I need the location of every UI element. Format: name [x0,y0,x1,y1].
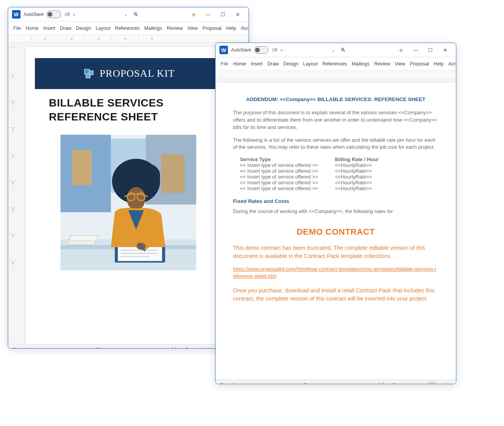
tab-draw[interactable]: Draw [266,60,281,68]
focus-icon[interactable]: ⛶ [169,346,178,349]
web-layout-icon[interactable]: ▥ [443,381,451,385]
svg-rect-4 [72,150,91,185]
table-row: << Insert type of service offered >><<Ho… [240,180,438,186]
tab-draw[interactable]: Draw [58,24,73,33]
close-button[interactable]: ✕ [231,9,245,20]
vertical-ruler[interactable]: 12345678 [10,47,16,344]
horizontal-ruler[interactable] [216,71,456,78]
tab-references[interactable]: References [320,60,349,68]
focus-icon[interactable]: ⛶ [377,381,386,385]
titlebar: W AutoSave Off » ⌄ 🔍︎ ◈ ― ☐ ✕ [216,43,456,57]
fixed-rates-paragraph: During the course of working with <<Comp… [233,208,438,215]
table-row: << Insert type of service offered >><<Ho… [240,174,438,180]
close-button[interactable]: ✕ [438,45,452,55]
read-mode-icon[interactable]: ▦ [204,346,213,349]
print-layout-icon[interactable]: ▤ [427,381,436,385]
demo-paragraph-2: Once you purchase, download and install … [233,287,438,303]
autosave-toggle[interactable] [47,10,61,18]
focus-label[interactable]: Focus [185,347,197,349]
title-chevron-icon[interactable]: ⌄ [124,12,128,17]
search-icon[interactable]: 🔍︎ [338,45,348,55]
qat-more-icon[interactable]: » [280,48,283,52]
brand-text: PROPOSAL KIT [100,68,175,79]
titlebar: W AutoSave Off » ⌄ 🔍︎ ◈ ― ☐ ✕ [8,7,249,22]
tab-proposal[interactable]: Proposal [408,60,431,68]
tab-mailings[interactable]: Mailings [142,24,164,33]
col-service-type: Service Type [240,156,335,162]
tab-proposal[interactable]: Proposal [200,24,223,33]
page-indicator[interactable]: Page 1 [220,383,234,384]
tab-home[interactable]: Home [231,60,248,68]
table-row: << Insert type of service offered >><<Ho… [240,168,438,174]
tab-mailings[interactable]: Mailings [350,60,371,68]
intro-paragraph-1: The purpose of this document is to expla… [233,109,438,131]
demo-link[interactable]: https://www.proposalkit.com/htm/legal-co… [233,266,438,280]
display-settings-icon[interactable]: ⧉ [302,381,309,384]
tab-help[interactable]: Help [224,24,238,33]
maximize-button[interactable]: ☐ [216,9,230,20]
table-row: << Insert type of service offered >><<Ho… [240,162,438,168]
word-app-icon: W [219,46,228,54]
demo-contract-title: DEMO CONTRACT [233,227,438,237]
document-area[interactable]: 12345678 PROPOSAL KIT BILLABLE SERVICES … [8,43,249,344]
tab-review[interactable]: Review [165,24,185,33]
tab-insert[interactable]: Insert [41,24,57,33]
tab-insert[interactable]: Insert [249,60,265,68]
minimize-button[interactable]: ― [409,45,423,55]
tab-layout[interactable]: Layout [301,60,320,68]
read-mode-icon[interactable]: ▦ [412,381,420,385]
tab-review[interactable]: Review [372,60,392,68]
document-title-line1: BILLABLE SERVICES [49,97,208,109]
qat-more-icon[interactable]: » [73,12,75,17]
svg-point-17 [135,164,160,187]
word-window-1: W AutoSave Off » ⌄ 🔍︎ ◈ ― ☐ ✕ File Home … [8,7,249,349]
demo-paragraph-1: This demo contract has been truncated. T… [233,244,438,260]
page-indicator[interactable]: Page 1 [13,347,27,349]
premium-diamond-icon[interactable]: ◈ [189,10,198,19]
table-header-row: Service Type Billing Rate / Hour [240,156,438,162]
services-table: Service Type Billing Rate / Hour << Inse… [240,156,438,191]
fixed-rates-heading: Fixed Rates and Costs [233,198,438,204]
tab-view[interactable]: View [185,24,200,33]
tab-acrobat[interactable]: Acrobat [446,60,456,68]
tab-help[interactable]: Help [432,60,445,68]
display-settings-icon[interactable]: ⧉ [95,345,102,349]
ribbon-tabs: File Home Insert Draw Design Layout Refe… [8,22,249,35]
autosave-label: AutoSave [231,47,251,53]
title-chevron-icon[interactable]: ⌄ [331,48,335,53]
tab-references[interactable]: References [113,24,142,33]
autosave-toggle[interactable] [254,46,268,54]
word-app-icon: W [12,10,21,19]
focus-label[interactable]: Focus [393,383,405,384]
tab-acrobat[interactable]: Acrobat [239,24,249,33]
col-billing-rate: Billing Rate / Hour [335,156,393,162]
addendum-heading: ADDENDUM: <<Company>> BILLABLE SERVICES:… [233,96,438,102]
tab-file[interactable]: File [11,24,23,33]
svg-rect-5 [161,154,185,193]
search-icon[interactable]: 🔍︎ [131,10,141,19]
document-title-line2: REFERENCE SHEET [49,111,208,123]
document-area[interactable]: ADDENDUM: <<Company>> BILLABLE SERVICES:… [216,78,456,380]
table-row: << Insert type of service offered >><<Ho… [240,186,438,191]
document-page[interactable]: PROPOSAL KIT BILLABLE SERVICES REFERENCE… [26,47,231,344]
statusbar: Page 1 ⧉ ⛶ Focus ▦ ▤ ▥ [216,380,456,384]
minimize-button[interactable]: ― [201,9,215,20]
statusbar: Page 1 ⧉ ⛶ Focus ▦ ▤ ▥ [8,344,249,349]
tab-design[interactable]: Design [281,60,300,68]
horizontal-ruler[interactable]: 1 2 3 4 5 [8,35,249,43]
word-window-2: W AutoSave Off » ⌄ 🔍︎ ◈ ― ☐ ✕ File Home … [215,43,456,384]
document-page[interactable]: ADDENDUM: <<Company>> BILLABLE SERVICES:… [216,83,456,380]
tab-layout[interactable]: Layout [94,24,112,33]
autosave-label: AutoSave [24,12,44,17]
svg-rect-9 [70,235,97,241]
autosave-state: Off [272,48,277,52]
proposal-kit-logo-icon [82,67,96,81]
ribbon-tabs: File Home Insert Draw Design Layout Refe… [216,57,456,71]
tab-home[interactable]: Home [24,24,40,33]
tab-design[interactable]: Design [74,24,93,33]
maximize-button[interactable]: ☐ [423,45,437,55]
tab-file[interactable]: File [219,60,230,68]
cover-illustration [60,135,196,270]
tab-view[interactable]: View [393,60,407,68]
premium-diamond-icon[interactable]: ◈ [397,45,406,55]
